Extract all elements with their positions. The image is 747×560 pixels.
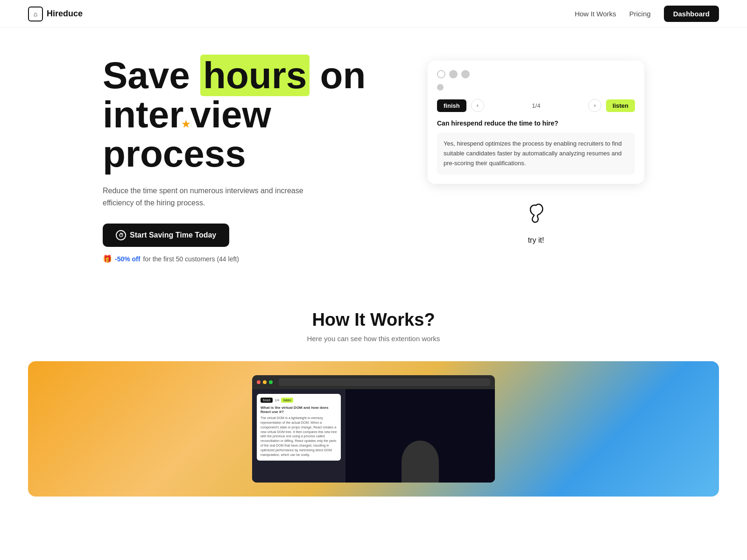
mini-finish-label: finish <box>261 398 273 403</box>
card-controls: finish ‹ 1/4 › listen <box>437 99 635 112</box>
star-decoration: ★ <box>182 119 190 129</box>
hero-section: Save hours oninter★viewprocess Reduce th… <box>75 28 672 282</box>
navbar: ⌂ Hireduce How It Works Pricing Dashboar… <box>0 0 747 28</box>
listen-button[interactable]: listen <box>606 99 635 112</box>
mini-controls: finish 1/4 listen <box>261 398 337 403</box>
mini-question: What is the virtual DOM and how does Rea… <box>261 406 337 414</box>
browser-dot-red <box>257 380 261 384</box>
browser-dot-yellow <box>263 380 267 384</box>
dot-2 <box>449 70 458 78</box>
page-counter: 1/4 <box>489 102 584 109</box>
title-highlight: hours <box>200 55 310 96</box>
brand-name: Hireduce <box>47 9 83 19</box>
hero-left: Save hours oninter★viewprocess Reduce th… <box>103 56 401 263</box>
cta-button[interactable]: ⏱ Start Saving Time Today <box>103 224 229 247</box>
gift-icon: 🎁 <box>103 254 112 263</box>
hero-subtitle: Reduce the time spent on numerous interv… <box>103 185 327 209</box>
video-main <box>345 389 495 483</box>
browser-dot-green <box>269 380 273 384</box>
cursor-icon <box>522 201 550 233</box>
how-section-subtitle: Here you can see how this extention work… <box>28 335 719 343</box>
logo-icon: ⌂ <box>28 7 43 21</box>
browser-bar <box>252 375 495 389</box>
title-part1: Save <box>103 55 200 96</box>
mini-listen-label: listen <box>281 398 293 403</box>
browser-url-bar <box>279 378 490 386</box>
promo-discount: -50% off <box>115 255 140 263</box>
how-section-title: How It Works? <box>28 310 719 330</box>
hero-right: finish ‹ 1/4 › listen Can hirespend redu… <box>428 56 644 254</box>
next-arrow-button[interactable]: › <box>588 99 601 112</box>
video-content: finish 1/4 listen What is the virtual DO… <box>252 389 495 483</box>
person-silhouette <box>402 441 439 483</box>
browser-window: finish 1/4 listen What is the virtual DO… <box>252 375 495 483</box>
promo-text: 🎁 -50% off for the first 50 customers (4… <box>103 254 401 263</box>
card-dots <box>437 70 635 78</box>
video-container: finish 1/4 listen What is the virtual DO… <box>28 361 719 497</box>
hero-title: Save hours oninter★viewprocess <box>103 56 401 174</box>
finish-button[interactable]: finish <box>437 99 466 112</box>
nav-how-it-works[interactable]: How It Works <box>575 10 616 18</box>
dot-1 <box>437 70 445 78</box>
mini-answer: The virtual DOM is a lightweight in-memo… <box>261 416 337 457</box>
dot-small <box>437 84 444 91</box>
nav-links: How It Works Pricing Dashboard <box>575 6 719 22</box>
prev-arrow-button[interactable]: ‹ <box>471 99 484 112</box>
dot-3 <box>461 70 470 78</box>
qa-question: Can hirespend reduce the time to hire? <box>437 119 635 127</box>
nav-dashboard-button[interactable]: Dashboard <box>664 6 719 22</box>
mini-page-counter: 1/4 <box>275 399 279 402</box>
how-section: How It Works? Here you can see how this … <box>0 282 747 343</box>
video-sidebar: finish 1/4 listen What is the virtual DO… <box>252 389 345 483</box>
mini-qa-card: finish 1/4 listen What is the virtual DO… <box>257 394 341 461</box>
qa-answer-box: Yes, hirespend optimizes the process by … <box>437 133 635 175</box>
qa-answer-text: Yes, hirespend optimizes the process by … <box>444 140 622 167</box>
logo-link[interactable]: ⌂ Hireduce <box>28 7 83 21</box>
promo-detail: for the first 50 customers (44 left) <box>143 255 239 263</box>
nav-pricing[interactable]: Pricing <box>629 10 651 18</box>
try-it-label: try it! <box>428 236 644 245</box>
qa-card: finish ‹ 1/4 › listen Can hirespend redu… <box>428 61 644 184</box>
cta-label: Start Saving Time Today <box>130 231 216 239</box>
try-it-area: try it! <box>428 191 644 254</box>
clock-icon: ⏱ <box>116 230 126 240</box>
